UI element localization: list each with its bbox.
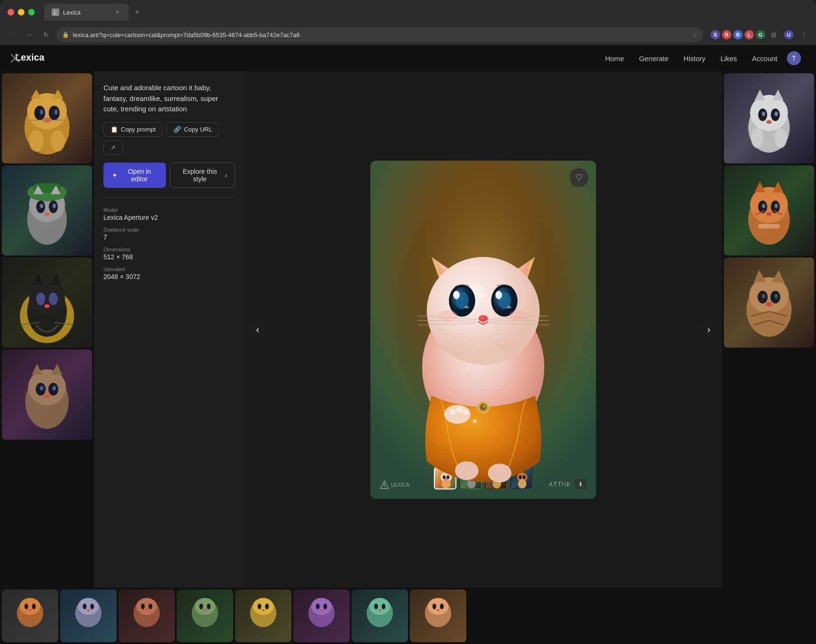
maximize-window-button[interactable] (28, 9, 35, 16)
bottom-thumb-2 (60, 590, 117, 642)
previous-image-button[interactable]: ‹ (248, 320, 267, 339)
list-item[interactable] (2, 165, 92, 256)
list-item[interactable] (724, 165, 814, 256)
nav-link-history[interactable]: History (683, 54, 706, 62)
user-avatar[interactable]: T (787, 51, 801, 65)
svg-point-34 (44, 304, 50, 308)
svg-point-116 (775, 112, 778, 116)
svg-point-171 (311, 598, 332, 615)
list-item[interactable] (60, 590, 117, 642)
list-item[interactable] (2, 73, 92, 163)
svg-point-33 (49, 293, 58, 305)
thumbnail-cat-3 (2, 257, 92, 348)
security-lock-icon: 🔒 (62, 31, 69, 38)
list-item[interactable] (2, 257, 92, 348)
extension-icon-4[interactable]: L (745, 30, 754, 39)
list-item[interactable] (235, 590, 291, 642)
nav-link-generate[interactable]: Generate (639, 54, 669, 62)
forward-button[interactable]: → (23, 28, 36, 41)
svg-point-69 (454, 292, 456, 296)
extension-icon-2[interactable]: R (722, 30, 731, 39)
nav-link-account[interactable]: Account (752, 54, 777, 62)
copy-prompt-button[interactable]: 📋 Copy prompt (103, 122, 163, 137)
svg-text:★: ★ (471, 417, 478, 425)
thumbnail-cat-4 (2, 349, 92, 440)
browser-tab[interactable]: L Lexica ✕ (44, 4, 129, 21)
svg-point-158 (149, 604, 152, 609)
svg-point-71 (464, 306, 469, 309)
app-content: Lexica Home Generate History Likes Accou… (0, 45, 816, 644)
extension-icon-5[interactable]: G (756, 30, 765, 39)
svg-point-168 (265, 604, 269, 609)
close-button[interactable] (8, 51, 23, 66)
svg-point-147 (24, 604, 28, 609)
list-item[interactable] (2, 349, 92, 440)
svg-point-15 (51, 130, 65, 152)
nav-link-likes[interactable]: Likes (721, 54, 737, 62)
address-bar[interactable]: 🔒 lexica.art/?q=cute+cartoon+cat&prompt=… (56, 27, 703, 42)
copy-url-button[interactable]: 🔗 Copy URL (166, 122, 219, 137)
extension-icon-1[interactable]: S (711, 30, 720, 39)
right-thumb-cat-2 (724, 165, 814, 256)
svg-rect-129 (758, 224, 780, 229)
close-window-button[interactable] (8, 9, 14, 16)
list-item[interactable] (724, 257, 814, 348)
refresh-button[interactable]: ↻ (39, 28, 53, 41)
svg-point-10 (54, 109, 58, 115)
svg-point-29 (29, 280, 65, 314)
tab-title: Lexica (63, 9, 110, 16)
svg-marker-112 (773, 90, 784, 101)
svg-marker-5 (31, 90, 41, 99)
list-item[interactable] (293, 590, 350, 642)
svg-point-11 (43, 117, 50, 123)
svg-marker-30 (32, 274, 43, 285)
list-item[interactable] (410, 590, 466, 642)
dimensions-value: 512 × 768 (103, 253, 235, 261)
open-in-editor-button[interactable]: ✦ Open in editor (103, 163, 166, 188)
tab-close-button[interactable]: ✕ (114, 8, 121, 16)
extensions-button[interactable]: ⊞ (767, 28, 780, 41)
back-button[interactable]: ← (6, 28, 19, 41)
right-thumb-cat-3 (724, 257, 814, 348)
tab-bar: L Lexica ✕ + (44, 4, 144, 21)
bottom-thumb-1 (2, 590, 58, 642)
svg-point-88 (488, 464, 511, 482)
nav-link-home[interactable]: Home (605, 54, 624, 62)
minimize-window-button[interactable] (18, 9, 24, 16)
url-text: lexica.art/?q=cute+cartoon+cat&prompt=7d… (73, 31, 688, 39)
svg-point-173 (323, 604, 327, 609)
dimensions-label: Dimensions (103, 247, 235, 252)
list-item[interactable] (352, 590, 408, 642)
new-tab-button[interactable]: + (131, 6, 144, 19)
model-meta: Model Lexica Aperture v2 (103, 207, 235, 221)
svg-point-156 (136, 598, 157, 615)
upscaled-value: 2048 × 3072 (103, 273, 235, 280)
prompt-text: Cute and adorable cartoon it baby, fanta… (103, 83, 235, 115)
bookmark-icon[interactable]: ☆ (692, 31, 698, 39)
action-buttons: 📋 Copy prompt 🔗 Copy URL ↗ (103, 122, 235, 155)
svg-point-140 (766, 302, 772, 307)
external-link-button[interactable]: ↗ (103, 140, 123, 155)
svg-point-43 (40, 386, 44, 391)
svg-point-157 (141, 604, 145, 609)
list-item[interactable] (118, 590, 175, 642)
bottom-thumb-6 (293, 590, 350, 642)
menu-button[interactable]: ⋮ (797, 28, 810, 41)
next-image-button[interactable]: › (699, 320, 718, 339)
extension-icon-3[interactable]: B (733, 30, 743, 39)
svg-point-181 (428, 598, 448, 615)
address-icons: ☆ (692, 31, 698, 39)
list-item[interactable] (724, 73, 814, 163)
list-item[interactable] (2, 590, 58, 642)
svg-point-121 (750, 187, 788, 223)
svg-point-115 (762, 112, 766, 116)
svg-point-86 (463, 409, 469, 415)
svg-point-177 (374, 604, 378, 609)
explore-style-button[interactable]: Explore this style › (170, 163, 235, 188)
bottom-thumb-5 (235, 590, 291, 642)
sidebar-right (722, 71, 816, 588)
upscaled-label: Upscaled (103, 266, 235, 272)
user-profile-button[interactable]: U (782, 28, 795, 41)
list-item[interactable] (177, 590, 233, 642)
svg-point-184 (437, 609, 439, 611)
